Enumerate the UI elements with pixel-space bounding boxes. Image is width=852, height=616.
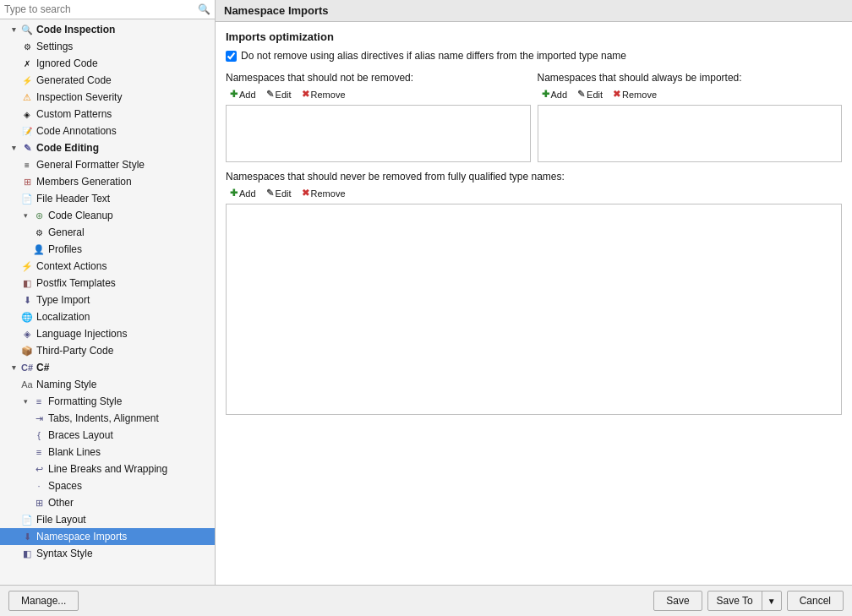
add-always-imported-button[interactable]: ✚ Add bbox=[538, 87, 572, 101]
search-icon[interactable]: 🔍 bbox=[197, 3, 210, 16]
third-party-icon: 📦 bbox=[20, 344, 34, 357]
custom-patterns-icon: ◈ bbox=[20, 107, 34, 121]
sidebar-item-file-layout[interactable]: 📄 File Layout bbox=[0, 511, 215, 528]
sidebar-item-spaces[interactable]: · Spaces bbox=[0, 477, 215, 494]
ns-always-imported-col: Namespaces that should always be importe… bbox=[538, 72, 843, 162]
add-always-icon: ✚ bbox=[542, 89, 549, 100]
sidebar-item-file-header-text[interactable]: 📄 File Header Text bbox=[0, 190, 215, 207]
sidebar-item-code-annotations[interactable]: 📝 Code Annotations bbox=[0, 123, 215, 139]
sidebar-item-general-formatter[interactable]: ≡ General Formatter Style bbox=[0, 156, 215, 173]
tree-group-formatting-style[interactable]: ▾ ≡ Formatting Style bbox=[0, 393, 215, 410]
save-button[interactable]: Save bbox=[653, 591, 702, 611]
postfix-icon: ◧ bbox=[20, 276, 34, 290]
edit-always-imported-button[interactable]: ✎ Edit bbox=[573, 87, 607, 101]
language-inject-label: Language Injections bbox=[36, 328, 127, 340]
ns-never-removed-section: Namespaces that should never be removed … bbox=[226, 171, 842, 415]
tabs-label: Tabs, Indents, Alignment bbox=[48, 412, 159, 424]
sidebar-item-blank-lines[interactable]: ≡ Blank Lines bbox=[0, 444, 215, 461]
sidebar-item-settings[interactable]: ⚙ Settings bbox=[0, 38, 215, 55]
sidebar-item-members-generation[interactable]: ⊞ Members Generation bbox=[0, 173, 215, 190]
sidebar-item-profiles[interactable]: 👤 Profiles bbox=[0, 241, 215, 258]
general-label: General bbox=[48, 226, 85, 238]
sidebar-item-custom-patterns[interactable]: ◈ Custom Patterns bbox=[0, 106, 215, 123]
sidebar-item-localization[interactable]: 🌐 Localization bbox=[0, 308, 215, 325]
ns-import-label: Namespace Imports bbox=[36, 531, 127, 542]
expand-arrow-code-editing: ▾ bbox=[8, 143, 19, 153]
ns-not-removed-list[interactable] bbox=[226, 105, 531, 162]
sidebar-item-third-party-code[interactable]: 📦 Third-Party Code bbox=[0, 342, 215, 359]
edit-never-removed-button[interactable]: ✎ Edit bbox=[262, 186, 296, 200]
manage-button[interactable]: Manage... bbox=[8, 591, 79, 611]
tree-group-code-cleanup[interactable]: ▾ ⊛ Code Cleanup bbox=[0, 207, 215, 224]
save-to-container: Save To ▼ bbox=[707, 591, 782, 611]
tree-group-code-editing[interactable]: ▾ ✎ Code Editing bbox=[0, 139, 215, 156]
add-always-label: Add bbox=[551, 90, 568, 100]
sidebar-item-tabs-indents[interactable]: ⇥ Tabs, Indents, Alignment bbox=[0, 410, 215, 427]
remove-always-imported-button[interactable]: ✖ Remove bbox=[609, 87, 661, 101]
ns-never-removed-list[interactable] bbox=[226, 204, 842, 415]
spaces-label: Spaces bbox=[48, 480, 82, 492]
file-header-label: File Header Text bbox=[36, 193, 110, 204]
checkbox-row: Do not remove using alias directives if … bbox=[226, 50, 842, 62]
other-icon: ⊞ bbox=[32, 496, 46, 510]
ns-always-imported-toolbar: ✚ Add ✎ Edit ✖ Remove bbox=[538, 87, 843, 101]
braces-icon: { bbox=[32, 428, 46, 442]
sidebar-item-general[interactable]: ⚙ General bbox=[0, 224, 215, 241]
general-formatter-label: General Formatter Style bbox=[36, 159, 145, 171]
language-inject-icon: ◈ bbox=[20, 327, 34, 341]
ns-always-imported-list[interactable] bbox=[538, 105, 843, 162]
alias-checkbox[interactable] bbox=[226, 51, 237, 62]
sidebar-item-naming-style[interactable]: Aa Naming Style bbox=[0, 376, 215, 393]
remove-always-icon: ✖ bbox=[613, 89, 620, 100]
inspection-severity-icon: ⚠ bbox=[20, 90, 34, 104]
search-input[interactable] bbox=[4, 3, 194, 15]
generated-code-label: Generated Code bbox=[36, 74, 112, 86]
sidebar-item-ignored-code[interactable]: ✗ Ignored Code bbox=[0, 55, 215, 72]
remove-never-removed-button[interactable]: ✖ Remove bbox=[298, 186, 350, 200]
sidebar-item-generated-code[interactable]: ⚡ Generated Code bbox=[0, 72, 215, 89]
blank-lines-label: Blank Lines bbox=[48, 446, 101, 458]
search-bar: 🔍 bbox=[0, 0, 215, 19]
expand-arrow-code-cleanup: ▾ bbox=[20, 210, 30, 221]
save-to-button[interactable]: Save To bbox=[708, 591, 762, 610]
general-formatter-icon: ≡ bbox=[20, 158, 34, 172]
cancel-button[interactable]: Cancel bbox=[787, 591, 844, 611]
sidebar-item-other[interactable]: ⊞ Other bbox=[0, 494, 215, 511]
panel-title: Namespace Imports bbox=[216, 0, 852, 22]
code-annotations-label: Code Annotations bbox=[36, 125, 117, 137]
ns-not-removed-title: Namespaces that should not be removed: bbox=[226, 72, 531, 84]
expand-arrow-formatting: ▾ bbox=[20, 396, 30, 406]
context-actions-icon: ⚡ bbox=[20, 259, 34, 273]
remove-not-removed-button[interactable]: ✖ Remove bbox=[298, 87, 350, 101]
ns-not-removed-toolbar: ✚ Add ✎ Edit ✖ Remove bbox=[226, 87, 531, 101]
ns-always-imported-title: Namespaces that should always be importe… bbox=[538, 72, 843, 84]
section-title: Imports optimization bbox=[226, 30, 842, 43]
tree-group-code-inspection[interactable]: ▾ 🔍 Code Inspection bbox=[0, 21, 215, 38]
sidebar-item-namespace-imports[interactable]: ⬇ Namespace Imports bbox=[0, 528, 215, 545]
edit-not-removed-button[interactable]: ✎ Edit bbox=[262, 87, 296, 101]
formatting-style-label: Formatting Style bbox=[48, 395, 122, 407]
tree-group-csharp[interactable]: ▾ C# C# bbox=[0, 359, 215, 376]
save-to-dropdown-button[interactable]: ▼ bbox=[762, 593, 781, 609]
sidebar-item-language-injections[interactable]: ◈ Language Injections bbox=[0, 325, 215, 342]
code-cleanup-icon: ⊛ bbox=[32, 209, 46, 222]
tabs-icon: ⇥ bbox=[32, 412, 46, 425]
csharp-label: C# bbox=[36, 362, 49, 373]
sidebar-item-context-actions[interactable]: ⚡ Context Actions bbox=[0, 258, 215, 275]
add-never-removed-button[interactable]: ✚ Add bbox=[226, 186, 260, 200]
panel-content: Imports optimization Do not remove using… bbox=[216, 22, 852, 585]
sidebar-item-line-breaks[interactable]: ↩ Line Breaks and Wrapping bbox=[0, 461, 215, 477]
sidebar-item-syntax-style[interactable]: ◧ Syntax Style bbox=[0, 545, 215, 562]
main-container: 🔍 ▾ 🔍 Code Inspection ⚙ Settings ✗ Ignor… bbox=[0, 0, 852, 585]
remove-not-removed-label: Remove bbox=[311, 90, 346, 100]
sidebar-item-postfix-templates[interactable]: ◧ Postfix Templates bbox=[0, 275, 215, 292]
sidebar-item-inspection-severity[interactable]: ⚠ Inspection Severity bbox=[0, 89, 215, 106]
sidebar-item-braces-layout[interactable]: { Braces Layout bbox=[0, 427, 215, 444]
settings-icon: ⚙ bbox=[20, 40, 34, 53]
sidebar-item-type-import[interactable]: ⬇ Type Import bbox=[0, 292, 215, 308]
remove-never-label: Remove bbox=[311, 188, 346, 199]
checkbox-label: Do not remove using alias directives if … bbox=[241, 50, 626, 62]
code-editing-label: Code Editing bbox=[36, 142, 99, 154]
add-not-removed-button[interactable]: ✚ Add bbox=[226, 87, 260, 101]
general-icon: ⚙ bbox=[32, 226, 46, 239]
